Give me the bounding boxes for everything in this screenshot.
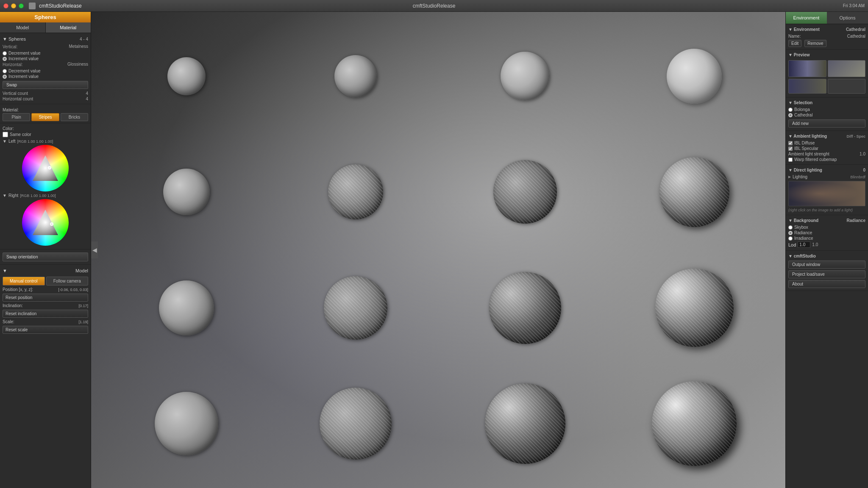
- window-controls[interactable]: [3, 3, 24, 8]
- right-tab-options[interactable]: Options: [827, 12, 868, 24]
- background-tri: ▼ Background: [788, 218, 818, 223]
- ambient-lighting-header[interactable]: ▼ Ambient lighting Diff - Spec: [788, 133, 865, 140]
- lighting-row[interactable]: ▶ Lighting Blinnbrdf: [788, 175, 865, 179]
- same-color-checkbox[interactable]: [3, 132, 8, 137]
- model-mode-buttons: Manual control Follow camera: [3, 277, 88, 286]
- left-color-wheel-wrap[interactable]: [22, 145, 69, 191]
- environment-section: ▼ Environment Cathedral Name: Cathedral …: [786, 24, 868, 50]
- minimize-button[interactable]: [11, 3, 16, 8]
- mat-stripes-button[interactable]: Stripes: [31, 113, 59, 121]
- skybox-radio[interactable]: [788, 225, 793, 230]
- sphere-r3c1: [320, 388, 392, 460]
- lod-input[interactable]: [798, 241, 810, 248]
- swap-orientation-button[interactable]: Swap orientation: [3, 252, 88, 261]
- ibl-diffuse-checkbox[interactable]: [788, 141, 793, 145]
- irradiance-label: Irradiance: [794, 236, 813, 241]
- direct-lighting-section: ▼ Direct lighting 0 ▶ Lighting Blinnbrdf…: [786, 165, 868, 215]
- vert-increment-radio[interactable]: [3, 57, 7, 61]
- app-name: cmftStudioRelease: [39, 3, 82, 9]
- left-color-header: ▼ Left [RGB 1.00 1.00 1.00]: [3, 139, 88, 144]
- preview-thumb-2[interactable]: [828, 60, 866, 77]
- project-loadsave-button[interactable]: Project load/save: [788, 270, 865, 278]
- radiance-radio[interactable]: [788, 231, 793, 235]
- sphere-r3c3: [652, 381, 737, 466]
- manual-control-button[interactable]: Manual control: [3, 277, 45, 286]
- reset-position-button[interactable]: Reset position: [3, 294, 88, 302]
- sphere-r0c3: [667, 49, 722, 104]
- preview-thumb-3[interactable]: [788, 79, 826, 94]
- background-section: ▼ Background Radiance Skybox Radiance Ir…: [786, 215, 868, 251]
- radiance-label: Radiance: [794, 230, 812, 235]
- metalness-label: Metalness: [69, 44, 88, 49]
- tab-model[interactable]: Model: [0, 22, 46, 33]
- right-color-wheel[interactable]: [22, 199, 69, 246]
- direct-lighting-header[interactable]: ▼ Direct lighting 0: [788, 166, 865, 174]
- right-tab-environment[interactable]: Environment: [786, 12, 827, 24]
- warp-checkbox[interactable]: [788, 158, 793, 162]
- right-color-wheel-wrap[interactable]: [22, 199, 69, 246]
- sphere-r1c0: [163, 169, 210, 215]
- cmftstudio-header[interactable]: ▼ cmftStudio: [788, 252, 865, 260]
- selection-tri: ▼ Selection: [788, 100, 812, 105]
- position-row: Position [x, y, z]: [-0.06, 0.03, 0.03]: [3, 287, 88, 292]
- follow-camera-button[interactable]: Follow camera: [46, 277, 89, 286]
- right-color-triangle[interactable]: [33, 210, 58, 235]
- left-color-triangle[interactable]: [33, 155, 58, 181]
- selection-cathedral: Cathedral: [788, 113, 865, 117]
- selection-cathedral-label: Cathedral: [794, 113, 812, 117]
- vert-decrement-radio[interactable]: [3, 51, 7, 55]
- close-button[interactable]: [3, 3, 8, 8]
- maximize-button[interactable]: [19, 3, 24, 8]
- right-color-cursor[interactable]: [50, 222, 53, 226]
- material-label: Material:: [3, 108, 88, 112]
- spheres-section-header[interactable]: ▼ Spheres 4 - 4: [3, 35, 88, 43]
- left-color-cursor[interactable]: [48, 166, 51, 169]
- irradiance-row: Irradiance: [788, 236, 865, 241]
- horiz-increment-row: Increment value: [3, 74, 88, 79]
- selection-bolonga-radio[interactable]: [788, 108, 793, 112]
- tab-material[interactable]: Material: [46, 22, 91, 33]
- reset-inclination-button[interactable]: Reset inclination: [3, 310, 88, 318]
- direct-light-preview[interactable]: [788, 181, 865, 206]
- preview-tri: ▼ Preview: [788, 53, 810, 57]
- radiance-row: Radiance: [788, 230, 865, 235]
- irradiance-radio[interactable]: [788, 236, 793, 241]
- swap-button[interactable]: Swap: [3, 81, 88, 89]
- left-color-wheel[interactable]: [22, 145, 69, 191]
- preview-thumb-1[interactable]: [788, 60, 826, 77]
- reset-scale-button[interactable]: Reset scale: [3, 326, 88, 334]
- mat-bricks-button[interactable]: Bricks: [61, 113, 88, 121]
- environment-header[interactable]: ▼ Environment Cathedral: [788, 26, 865, 33]
- env-edit-button[interactable]: Edit: [788, 40, 801, 47]
- preview-thumb-4[interactable]: [828, 79, 866, 94]
- selection-cathedral-radio[interactable]: [788, 113, 793, 117]
- preview-thumbs-2: [788, 79, 865, 94]
- mat-plain-button[interactable]: Plain: [3, 113, 30, 121]
- add-new-button[interactable]: Add new: [788, 119, 865, 128]
- sphere-r1c2: [493, 160, 557, 224]
- model-section-header[interactable]: ▼ Model: [3, 266, 88, 275]
- horiz-decrement-radio[interactable]: [3, 69, 7, 73]
- skybox-label: Skybox: [794, 225, 808, 230]
- model-section: ▼ Model Manual control Follow camera Pos…: [0, 265, 91, 336]
- preview-thumb-2-inner: [828, 61, 865, 77]
- left-panel: Spheres Model Material ▼ Spheres 4 - 4 V…: [0, 12, 91, 488]
- lighting-type: Blinnbrdf: [850, 175, 865, 179]
- output-window-button[interactable]: Output window: [788, 261, 865, 269]
- horizontal-count-val: 4: [86, 97, 88, 101]
- env-remove-button[interactable]: Remove: [804, 40, 826, 47]
- env-name-field: Name: Cathedral: [788, 34, 865, 39]
- background-header[interactable]: ▼ Background Radiance: [788, 217, 865, 224]
- horiz-increment-radio[interactable]: [3, 75, 7, 79]
- viewport-arrow-left[interactable]: ◀: [91, 241, 98, 258]
- lighting-label: Lighting: [793, 175, 807, 179]
- horiz-decrement-row: Decrement value: [3, 69, 88, 73]
- ibl-specular-checkbox[interactable]: [788, 147, 793, 151]
- right-color-header: ▼ Right [RGB 1.00 1.00 1.00]: [3, 193, 88, 198]
- viewport[interactable]: ◀: [91, 12, 785, 488]
- vert-increment-label: Increment value: [8, 56, 39, 61]
- selection-header[interactable]: ▼ Selection: [788, 99, 865, 106]
- preview-section: ▼ Preview: [786, 50, 868, 97]
- about-button[interactable]: About: [788, 280, 865, 288]
- preview-header[interactable]: ▼ Preview: [788, 51, 865, 58]
